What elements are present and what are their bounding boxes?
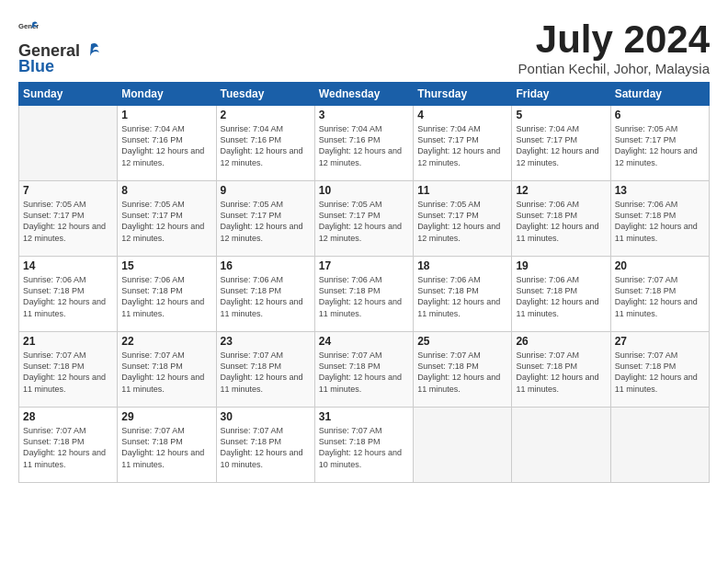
day-info: Sunrise: 7:05 AMSunset: 7:17 PMDaylight:… [221, 199, 311, 244]
day-info: Sunrise: 7:06 AMSunset: 7:18 PMDaylight:… [23, 274, 113, 319]
week-row-2: 7Sunrise: 7:05 AMSunset: 7:17 PMDaylight… [19, 181, 710, 257]
day-number: 15 [121, 259, 211, 272]
day-cell: 8Sunrise: 7:05 AMSunset: 7:17 PMDaylight… [118, 181, 216, 257]
day-info: Sunrise: 7:05 AMSunset: 7:17 PMDaylight:… [319, 199, 409, 244]
day-cell: 19Sunrise: 7:06 AMSunset: 7:18 PMDayligh… [512, 257, 610, 332]
day-cell: 28Sunrise: 7:07 AMSunset: 7:18 PMDayligh… [19, 408, 118, 483]
day-number: 19 [516, 259, 606, 272]
day-cell [414, 408, 512, 483]
day-number: 31 [319, 410, 409, 423]
location: Pontian Kechil, Johor, Malaysia [518, 61, 710, 76]
day-info: Sunrise: 7:05 AMSunset: 7:17 PMDaylight:… [23, 199, 113, 244]
day-cell: 26Sunrise: 7:07 AMSunset: 7:18 PMDayligh… [512, 332, 610, 408]
day-number: 16 [221, 259, 311, 272]
day-info: Sunrise: 7:05 AMSunset: 7:17 PMDaylight:… [615, 123, 705, 168]
day-info: Sunrise: 7:07 AMSunset: 7:18 PMDaylight:… [23, 425, 113, 470]
header-friday: Friday [512, 83, 610, 106]
day-cell: 22Sunrise: 7:07 AMSunset: 7:18 PMDayligh… [118, 332, 216, 408]
day-cell: 15Sunrise: 7:06 AMSunset: 7:18 PMDayligh… [118, 257, 216, 332]
day-info: Sunrise: 7:07 AMSunset: 7:18 PMDaylight:… [221, 350, 311, 395]
day-number: 13 [615, 184, 705, 197]
day-info: Sunrise: 7:05 AMSunset: 7:17 PMDaylight:… [417, 199, 507, 244]
day-info: Sunrise: 7:06 AMSunset: 7:18 PMDaylight:… [615, 199, 705, 244]
day-number: 6 [615, 109, 705, 121]
day-info: Sunrise: 7:07 AMSunset: 7:18 PMDaylight:… [23, 350, 113, 395]
day-cell [512, 408, 610, 483]
day-cell: 9Sunrise: 7:05 AMSunset: 7:17 PMDaylight… [216, 181, 314, 257]
day-cell: 21Sunrise: 7:07 AMSunset: 7:18 PMDayligh… [19, 332, 118, 408]
day-cell: 7Sunrise: 7:05 AMSunset: 7:17 PMDaylight… [19, 181, 118, 257]
day-info: Sunrise: 7:07 AMSunset: 7:18 PMDaylight:… [121, 350, 211, 395]
day-number: 28 [23, 410, 113, 423]
header-wednesday: Wednesday [314, 83, 413, 106]
day-cell: 6Sunrise: 7:05 AMSunset: 7:17 PMDaylight… [610, 106, 709, 181]
header-thursday: Thursday [414, 83, 512, 106]
day-number: 21 [23, 335, 113, 348]
day-cell: 27Sunrise: 7:07 AMSunset: 7:18 PMDayligh… [610, 332, 709, 408]
day-info: Sunrise: 7:07 AMSunset: 7:18 PMDaylight:… [221, 425, 311, 470]
day-info: Sunrise: 7:07 AMSunset: 7:18 PMDaylight:… [319, 425, 409, 470]
calendar-table: SundayMondayTuesdayWednesdayThursdayFrid… [18, 82, 710, 483]
day-number: 20 [615, 259, 705, 272]
day-cell: 25Sunrise: 7:07 AMSunset: 7:18 PMDayligh… [414, 332, 512, 408]
day-number: 4 [417, 109, 507, 121]
day-cell: 11Sunrise: 7:05 AMSunset: 7:17 PMDayligh… [414, 181, 512, 257]
day-cell: 18Sunrise: 7:06 AMSunset: 7:18 PMDayligh… [414, 257, 512, 332]
day-number: 25 [417, 335, 507, 348]
day-cell: 29Sunrise: 7:07 AMSunset: 7:18 PMDayligh… [118, 408, 216, 483]
day-cell: 24Sunrise: 7:07 AMSunset: 7:18 PMDayligh… [314, 332, 413, 408]
day-cell: 2Sunrise: 7:04 AMSunset: 7:16 PMDaylight… [216, 106, 314, 181]
header-row: SundayMondayTuesdayWednesdayThursdayFrid… [19, 83, 710, 106]
day-number: 1 [121, 109, 211, 121]
day-cell: 14Sunrise: 7:06 AMSunset: 7:18 PMDayligh… [19, 257, 118, 332]
header-monday: Monday [118, 83, 216, 106]
day-number: 5 [516, 109, 606, 121]
day-cell: 10Sunrise: 7:05 AMSunset: 7:17 PMDayligh… [314, 181, 413, 257]
day-cell [19, 106, 118, 181]
day-number: 29 [121, 410, 211, 423]
day-info: Sunrise: 7:04 AMSunset: 7:16 PMDaylight:… [121, 123, 211, 168]
day-cell: 5Sunrise: 7:04 AMSunset: 7:17 PMDaylight… [512, 106, 610, 181]
day-cell: 30Sunrise: 7:07 AMSunset: 7:18 PMDayligh… [216, 408, 314, 483]
header-tuesday: Tuesday [216, 83, 314, 106]
day-info: Sunrise: 7:07 AMSunset: 7:18 PMDaylight:… [615, 274, 705, 319]
day-number: 27 [615, 335, 705, 348]
logo-text-blue: Blue [18, 57, 54, 76]
day-cell: 31Sunrise: 7:07 AMSunset: 7:18 PMDayligh… [314, 408, 413, 483]
day-number: 10 [319, 184, 409, 197]
day-info: Sunrise: 7:06 AMSunset: 7:18 PMDaylight:… [417, 274, 507, 319]
day-cell: 16Sunrise: 7:06 AMSunset: 7:18 PMDayligh… [216, 257, 314, 332]
day-cell: 23Sunrise: 7:07 AMSunset: 7:18 PMDayligh… [216, 332, 314, 408]
day-number: 7 [23, 184, 113, 197]
week-row-3: 14Sunrise: 7:06 AMSunset: 7:18 PMDayligh… [19, 257, 710, 332]
day-number: 18 [417, 259, 507, 272]
day-number: 3 [319, 109, 409, 121]
day-cell: 3Sunrise: 7:04 AMSunset: 7:16 PMDaylight… [314, 106, 413, 181]
day-number: 24 [319, 335, 409, 348]
day-info: Sunrise: 7:07 AMSunset: 7:18 PMDaylight:… [615, 350, 705, 395]
day-info: Sunrise: 7:07 AMSunset: 7:18 PMDaylight:… [319, 350, 409, 395]
day-info: Sunrise: 7:06 AMSunset: 7:18 PMDaylight:… [516, 274, 606, 319]
month-title: July 2024 [518, 18, 710, 61]
day-cell: 17Sunrise: 7:06 AMSunset: 7:18 PMDayligh… [314, 257, 413, 332]
day-info: Sunrise: 7:07 AMSunset: 7:18 PMDaylight:… [121, 425, 211, 470]
day-info: Sunrise: 7:07 AMSunset: 7:18 PMDaylight:… [417, 350, 507, 395]
week-row-4: 21Sunrise: 7:07 AMSunset: 7:18 PMDayligh… [19, 332, 710, 408]
day-info: Sunrise: 7:04 AMSunset: 7:17 PMDaylight:… [417, 123, 507, 168]
day-number: 8 [121, 184, 211, 197]
day-cell: 1Sunrise: 7:04 AMSunset: 7:16 PMDaylight… [118, 106, 216, 181]
title-section: July 2024 Pontian Kechil, Johor, Malaysi… [518, 18, 710, 76]
day-info: Sunrise: 7:06 AMSunset: 7:18 PMDaylight:… [516, 199, 606, 244]
day-info: Sunrise: 7:04 AMSunset: 7:17 PMDaylight:… [516, 123, 606, 168]
day-number: 17 [319, 259, 409, 272]
day-info: Sunrise: 7:04 AMSunset: 7:16 PMDaylight:… [221, 123, 311, 168]
day-number: 26 [516, 335, 606, 348]
day-number: 9 [221, 184, 311, 197]
day-info: Sunrise: 7:07 AMSunset: 7:18 PMDaylight:… [516, 350, 606, 395]
day-cell: 12Sunrise: 7:06 AMSunset: 7:18 PMDayligh… [512, 181, 610, 257]
day-number: 14 [23, 259, 113, 272]
day-number: 23 [221, 335, 311, 348]
day-number: 12 [516, 184, 606, 197]
day-info: Sunrise: 7:06 AMSunset: 7:18 PMDaylight:… [319, 274, 409, 319]
day-cell [610, 408, 709, 483]
